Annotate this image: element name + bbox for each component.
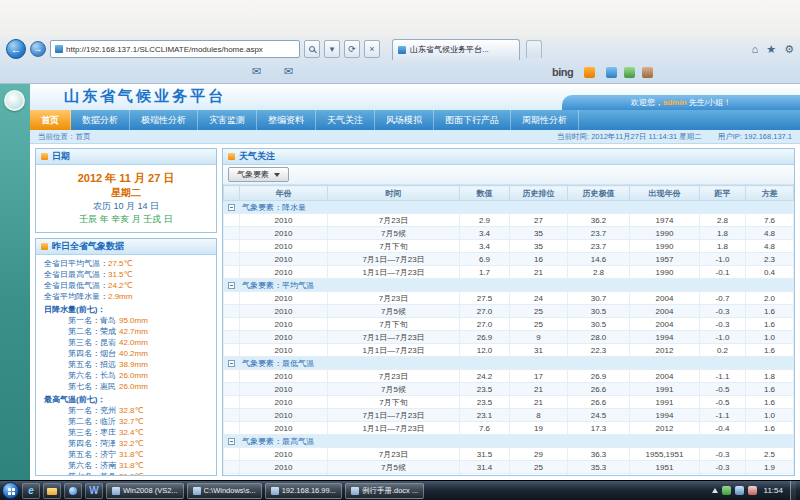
table-row[interactable]: 20107月下旬31.42535.31951-0.31.9 bbox=[224, 474, 794, 476]
collapse-icon[interactable] bbox=[228, 360, 235, 367]
rank-group-title: 最高气温(前七)： bbox=[44, 394, 212, 405]
table-row[interactable]: 20101月1日—7月23日1.7212.81990-0.10.4 bbox=[224, 266, 794, 279]
address-url[interactable]: http://192.168.137.1/SLCCLIMATE/modules/… bbox=[66, 45, 263, 54]
table-section-row[interactable]: 气象要素：最高气温 bbox=[224, 435, 794, 448]
station-name[interactable]: 莒县 bbox=[100, 472, 116, 475]
media-player-taskbar-icon[interactable] bbox=[64, 483, 82, 499]
new-tab-button[interactable] bbox=[526, 40, 542, 58]
nav-item[interactable]: 数据分析 bbox=[71, 110, 130, 130]
table-row[interactable]: 20107月5候23.52126.61991-0.51.6 bbox=[224, 383, 794, 396]
station-name[interactable]: 菏泽 bbox=[100, 439, 116, 448]
table-row[interactable]: 20107月23日2.92736.219742.87.6 bbox=[224, 214, 794, 227]
column-header[interactable]: 历史排位 bbox=[510, 186, 568, 201]
station-name[interactable]: 济南 bbox=[100, 461, 116, 470]
refresh-button[interactable]: ⟳ bbox=[344, 40, 360, 58]
station-name[interactable]: 昆嵛 bbox=[100, 338, 116, 347]
table-row[interactable]: 20107月5候31.42535.31951-0.31.9 bbox=[224, 461, 794, 474]
station-name[interactable]: 烟台 bbox=[100, 349, 116, 358]
show-desktop-button[interactable] bbox=[790, 481, 796, 500]
antivirus-tray-icon[interactable] bbox=[722, 486, 731, 495]
toolbar-app2-icon[interactable] bbox=[624, 67, 635, 78]
weather-panel-title: 昨日全省气象数据 bbox=[52, 240, 124, 253]
table-row[interactable]: 20107月5候3.43523.719901.84.8 bbox=[224, 227, 794, 240]
station-name[interactable]: 枣庄 bbox=[100, 428, 116, 437]
volume-tray-icon[interactable] bbox=[748, 486, 757, 495]
collapse-icon[interactable] bbox=[228, 438, 235, 445]
station-name[interactable]: 长岛 bbox=[100, 371, 116, 380]
weather-table-wrap[interactable]: 年份时间数值历史排位历史极值出现年份距平方差 气象要素：降水量20107月23日… bbox=[223, 185, 794, 475]
explorer-taskbar-icon[interactable] bbox=[43, 483, 61, 499]
mail-icon[interactable]: ✉ bbox=[252, 65, 261, 78]
station-name[interactable]: 济宁 bbox=[100, 450, 116, 459]
nav-item[interactable]: 图面下行产品 bbox=[434, 110, 511, 130]
column-header[interactable]: 年份 bbox=[240, 186, 328, 201]
clock[interactable]: 11:54 bbox=[761, 486, 786, 495]
bing-app-icon[interactable] bbox=[584, 67, 595, 78]
taskbar-window-button[interactable]: 例行手册.docx ... bbox=[345, 483, 424, 499]
network-tray-icon[interactable] bbox=[735, 486, 744, 495]
start-button[interactable] bbox=[2, 482, 19, 499]
tray-expand-icon[interactable] bbox=[712, 488, 718, 493]
side-widget-button[interactable] bbox=[4, 90, 25, 111]
nav-item[interactable]: 灾害监测 bbox=[198, 110, 257, 130]
station-name[interactable]: 招远 bbox=[100, 360, 116, 369]
column-header[interactable]: 历史极值 bbox=[568, 186, 630, 201]
station-name[interactable]: 青岛 bbox=[100, 316, 116, 325]
word-taskbar-icon[interactable]: W bbox=[85, 483, 103, 499]
table-row[interactable]: 20107月下旬23.52126.61991-0.51.6 bbox=[224, 396, 794, 409]
nav-item[interactable]: 首页 bbox=[30, 110, 71, 130]
ie-taskbar-icon[interactable]: e bbox=[22, 483, 40, 499]
table-section-row[interactable]: 气象要素：最低气温 bbox=[224, 357, 794, 370]
table-row[interactable]: 20101月1日—7月23日12.03122.320120.21.6 bbox=[224, 344, 794, 357]
mail2-icon[interactable]: ✉ bbox=[284, 65, 293, 78]
table-row[interactable]: 20107月下旬27.02530.52004-0.31.6 bbox=[224, 318, 794, 331]
nav-item[interactable]: 极端性分析 bbox=[130, 110, 198, 130]
column-header[interactable]: 出现年份 bbox=[630, 186, 700, 201]
station-name[interactable]: 荣成 bbox=[100, 327, 116, 336]
collapse-icon[interactable] bbox=[228, 282, 235, 289]
browser-tab[interactable]: 山东省气候业务平台... bbox=[392, 39, 520, 60]
address-bar[interactable]: http://192.168.137.1/SLCCLIMATE/modules/… bbox=[50, 40, 300, 58]
table-row[interactable]: 20107月下旬3.43523.719901.84.8 bbox=[224, 240, 794, 253]
window-icon bbox=[112, 487, 120, 495]
back-button[interactable]: ← bbox=[6, 39, 26, 59]
column-header[interactable]: 距平 bbox=[700, 186, 746, 201]
tools-icon[interactable]: ⚙ bbox=[784, 43, 794, 56]
collapse-icon[interactable] bbox=[228, 204, 235, 211]
table-row[interactable]: 20107月5候27.02530.52004-0.31.6 bbox=[224, 305, 794, 318]
column-header[interactable]: 数值 bbox=[460, 186, 510, 201]
column-header[interactable]: 方差 bbox=[746, 186, 794, 201]
table-row[interactable]: 20107月1日—7月23日6.91614.61957-1.02.3 bbox=[224, 253, 794, 266]
forward-button[interactable]: → bbox=[30, 41, 46, 57]
table-section-row[interactable]: 气象要素：平均气温 bbox=[224, 279, 794, 292]
taskbar-window-button[interactable]: 192.168.16.99... bbox=[265, 483, 342, 499]
table-row[interactable]: 20107月23日24.21726.92004-1.11.8 bbox=[224, 370, 794, 383]
table-section-row[interactable]: 气象要素：降水量 bbox=[224, 201, 794, 214]
toolbar-app3-icon[interactable] bbox=[642, 67, 653, 78]
station-name[interactable]: 临沂 bbox=[100, 417, 116, 426]
address-dropdown-button[interactable]: ▾ bbox=[324, 40, 340, 58]
table-row[interactable]: 20107月1日—7月23日26.9928.01994-1.01.0 bbox=[224, 331, 794, 344]
taskbar-window-button[interactable]: Win2008 (VS2... bbox=[106, 483, 184, 499]
nav-item[interactable]: 天气关注 bbox=[316, 110, 375, 130]
home-icon[interactable]: ⌂ bbox=[752, 43, 759, 56]
nav-item[interactable]: 整编资料 bbox=[257, 110, 316, 130]
stop-button[interactable]: × bbox=[364, 40, 380, 58]
element-filter-button[interactable]: 气象要素 bbox=[228, 167, 289, 182]
nav-item[interactable]: 风场模拟 bbox=[375, 110, 434, 130]
bing-logo[interactable]: bing bbox=[552, 66, 573, 78]
toolbar-app1-icon[interactable] bbox=[606, 67, 617, 78]
favorites-icon[interactable]: ★ bbox=[766, 43, 776, 56]
filter-button-label: 气象要素 bbox=[237, 169, 269, 180]
table-row[interactable]: 20101月1日—7月23日7.61917.32012-0.41.6 bbox=[224, 422, 794, 435]
column-header[interactable]: 时间 bbox=[328, 186, 460, 201]
nav-item[interactable]: 周期性分析 bbox=[511, 110, 579, 130]
table-row[interactable]: 20107月23日31.52936.31955,1951-0.32.5 bbox=[224, 448, 794, 461]
station-name[interactable]: 惠民 bbox=[100, 382, 116, 391]
taskbar-window-button[interactable]: C:\Windows\s... bbox=[187, 483, 262, 499]
search-button[interactable] bbox=[304, 40, 320, 58]
table-row[interactable]: 20107月23日27.52430.72004-0.72.0 bbox=[224, 292, 794, 305]
station-name[interactable]: 兖州 bbox=[100, 406, 116, 415]
table-cell: 12.0 bbox=[460, 344, 510, 357]
table-row[interactable]: 20107月1日—7月23日23.1824.51994-1.11.0 bbox=[224, 409, 794, 422]
